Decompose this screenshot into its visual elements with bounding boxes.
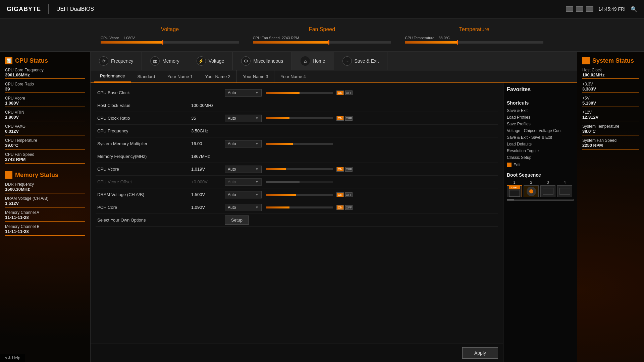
apply-button[interactable]: Apply [462,347,498,359]
slider-pch-core[interactable] [266,206,333,208]
btn-on-cpu-vcore[interactable]: ON [336,167,344,172]
subtab-yourname4[interactable]: Your Name 4 [274,70,312,82]
icon1[interactable] [566,6,573,12]
favorites-title: Favorites [507,86,574,93]
nav-tabs: ⟳ Frequency ▦ Memory ⚡ Voltage ⚙ Miscell… [91,52,577,70]
subtab-yourname2[interactable]: Your Name 2 [199,70,237,82]
btn-off-dram-voltage[interactable]: OFF [345,192,353,197]
setting-name-mem-multiplier: System Memory Multiplier [97,141,191,146]
setting-value-mem-frequency: 1867MHz [191,154,225,159]
shortcut-classic-setup[interactable]: Classic Setup [507,154,574,161]
subtab-yourname1[interactable]: Your Name 1 [161,70,199,82]
dram-volt-item: DRAM Voltage (CH A/B) 1.512V [5,196,85,207]
dropdown-cpu-clock-ratio[interactable]: Auto▼ [225,115,262,122]
tab-save[interactable]: → Save & Exit [334,52,387,70]
setting-name-cpu-vcore-offset: CPU Vcore Offset [97,179,191,184]
tab-voltage[interactable]: ⚡ Voltage [188,52,233,70]
shortcut-save-exit-2[interactable]: Save & Exit - Save & Exit [507,134,574,141]
boot-device-4[interactable] [557,185,572,197]
boot-num-2: 2 [530,180,532,184]
tab-save-label: Save & Exit [355,58,379,64]
setting-name-dram-voltage: DRAM Voltage (CH A/B) [97,192,191,197]
dropdown-dram-voltage[interactable]: Auto▼ [225,191,262,198]
boot-sequence-title: Boot Sequence [507,172,574,178]
voltage-icon: ⚡ [197,56,206,66]
subtab-standard[interactable]: Standard [131,70,161,82]
slider-cpu-clock-ratio[interactable] [266,117,333,119]
tab-memory[interactable]: ▦ Memory [142,52,188,70]
memory-icon: ▦ [150,56,160,66]
cpu-freq-item: CPU Core Frequency 3901.06MHz [5,68,85,79]
misc-icon: ⚙ [241,56,251,66]
temp-bar-container: CPU Temperature 38.0°C [405,36,543,44]
dropdown-cpu-base-clock[interactable]: Auto▼ [225,89,262,97]
btns-dram-voltage: ON OFF [336,192,353,197]
icon2[interactable] [576,6,583,12]
laptop-icon-1 [509,190,520,197]
tab-misc[interactable]: ⚙ Miscellaneous [233,52,292,70]
btn-on-cpu-base-clock[interactable]: ON [336,90,344,95]
slider-cpu-base-clock[interactable] [266,92,333,94]
boot-device-1[interactable]: UEFI [507,185,522,197]
setting-name-cpu-vcore: CPU Vcore [97,167,191,172]
shortcut-load-profiles[interactable]: Load Profiles [507,114,574,121]
brand-subtitle: UEFI DualBIOS [56,6,94,12]
setting-row-host-clock: Host Clock Value 100.00MHz [96,99,498,112]
cpu-vaxg-item: CPU VAXG 0.012V [5,124,85,135]
sub-tabs: Performance Standard Your Name 1 Your Na… [91,70,577,83]
btn-on-cpu-clock-ratio[interactable]: ON [336,116,344,121]
setting-row-mem-frequency: Memory Frequency(MHz) 1867MHz [96,150,498,163]
setting-row-dram-voltage: DRAM Voltage (CH A/B) 1.500V Auto▼ ON OF… [96,188,498,201]
dropdown-cpu-vcore[interactable]: Auto▼ [225,166,262,173]
shortcut-save-exit[interactable]: Save & Exit [507,107,574,114]
settings-table: CPU Base Clock Auto▼ ON OFF [91,83,503,344]
btn-off-cpu-base-clock[interactable]: OFF [345,90,353,95]
top-bar-icons [566,6,593,12]
boot-device-3[interactable] [540,185,555,197]
content-area: CPU Base Clock Auto▼ ON OFF [91,83,577,362]
setting-row-cpu-frequency: CPU Frequency 3.50GHz [96,125,498,137]
setup-button[interactable]: Setup [225,216,249,225]
dropdown-cpu-vcore-offset[interactable]: Auto▼ [225,178,262,186]
btn-on-pch-core[interactable]: ON [336,205,344,210]
btn-off-pch-core[interactable]: OFF [345,205,353,210]
memory-status-title: ▦ Memory Status [5,171,85,179]
boot-items: 1 UEFI 2 [507,180,574,197]
slider-cpu-vcore[interactable] [266,168,333,170]
shortcut-save-profiles[interactable]: Save Profiles [507,121,574,127]
setting-row-cpu-vcore: CPU Vcore 1.019V Auto▼ ON OFF [96,163,498,176]
shortcut-resolution-toggle[interactable]: Resolution Toggle [507,147,574,154]
setting-value-cpu-frequency: 3.50GHz [191,128,225,133]
voltage-fill [101,41,163,44]
boot-sequence-section: Boot Sequence 1 UEFI [507,172,574,201]
edit-button[interactable]: Edit [507,163,574,167]
left-panel: 📊 CPU Status CPU Core Frequency 3901.06M… [0,52,91,362]
tab-home[interactable]: ⌂ Home [292,52,334,70]
tab-frequency-label: Frequency [111,58,133,64]
slider-dram-voltage[interactable] [266,194,333,196]
boot-device-2[interactable] [524,185,539,197]
dropdown-pch-core[interactable]: Auto▼ [225,204,262,211]
tab-misc-label: Miscellaneous [253,58,283,64]
btn-off-cpu-vcore[interactable]: OFF [345,167,353,172]
footer-hint: s & Help [0,354,25,362]
shortcut-voltage-chipset[interactable]: Voltage - Chipset Voltage Cont [507,127,574,134]
subtab-performance[interactable]: Performance [94,70,131,82]
subtab-yourname3[interactable]: Your Name 3 [237,70,274,82]
fan-bar-container: CPU Fan Speed 2743 RPM [253,36,391,44]
shortcut-load-defaults[interactable]: Load Defaults [507,141,574,147]
dropdown-mem-multiplier[interactable]: Auto▼ [225,140,262,147]
search-icon[interactable]: 🔍 [631,6,637,12]
boot-scroll[interactable] [507,199,574,201]
btn-off-cpu-clock-ratio[interactable]: OFF [345,116,353,121]
brand: GIGABYTE UEFI DualBIOS [7,4,94,14]
icon3[interactable] [586,6,593,12]
setting-value-cpu-vcore-offset: +0.000V [191,179,225,184]
boot-item-3: 3 [540,180,555,197]
slider-mem-multiplier[interactable] [266,143,333,145]
setting-name-cpu-frequency: CPU Frequency [97,128,191,133]
tab-frequency[interactable]: ⟳ Frequency [91,52,142,70]
btns-cpu-base-clock: ON OFF [336,90,353,95]
btn-on-dram-voltage[interactable]: ON [336,192,344,197]
tab-home-label: Home [313,58,325,64]
